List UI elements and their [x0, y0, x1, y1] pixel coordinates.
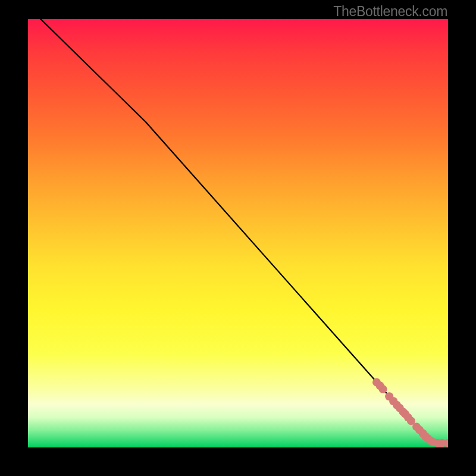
- line-series: [40, 19, 448, 443]
- plot-area: [28, 19, 448, 447]
- curve-line: [40, 19, 448, 443]
- chart-frame: TheBottleneck.com: [0, 0, 476, 476]
- attribution-label: TheBottleneck.com: [333, 4, 447, 20]
- data-point: [379, 385, 387, 393]
- plot-svg: [28, 19, 448, 447]
- marker-series: [372, 378, 448, 447]
